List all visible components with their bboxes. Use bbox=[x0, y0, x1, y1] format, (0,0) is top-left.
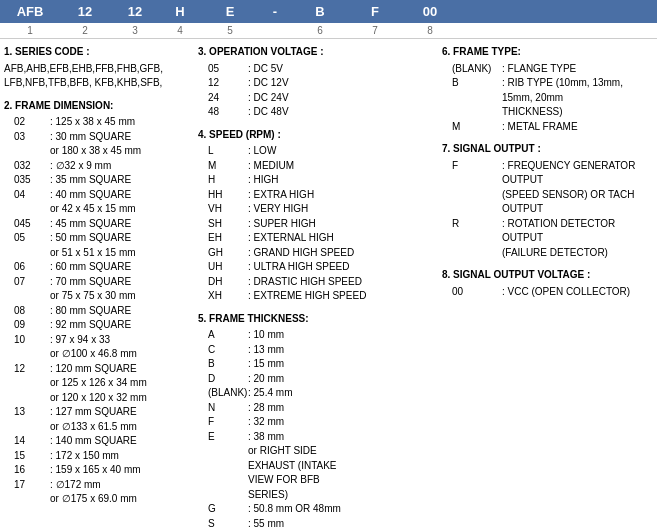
entry-desc: SERIES) bbox=[248, 488, 288, 503]
speed-entry: M: MEDIUM bbox=[198, 159, 438, 174]
entry-code: HH bbox=[208, 188, 248, 203]
section-title: 8. SIGNAL OUTPUT VOLTAGE : bbox=[442, 268, 653, 283]
entry-desc: : FREQUENCY GENERATOR OUTPUT (SPEED SENS… bbox=[502, 159, 653, 217]
frame-entry: 08: 80 mm SQUARE bbox=[4, 304, 194, 319]
speed-entry: N: 28 mm bbox=[198, 401, 438, 416]
entry-desc: : DC 5V bbox=[248, 62, 283, 77]
entry-code: C bbox=[208, 343, 248, 358]
entry-desc: : DC 48V bbox=[248, 105, 289, 120]
speed-entry: C: 13 mm bbox=[198, 343, 438, 358]
frame-entry: or ∅100 x 46.8 mm bbox=[4, 347, 194, 362]
entry-code bbox=[14, 420, 50, 435]
entry-code: (BLANK) bbox=[452, 62, 502, 77]
speed-entry: EH: EXTERNAL HIGH bbox=[198, 231, 438, 246]
entry-desc: : EXTERNAL HIGH bbox=[248, 231, 334, 246]
speed-entry: EXHAUST (INTAKE bbox=[198, 459, 438, 474]
entry-desc: : ∅172 mm bbox=[50, 478, 194, 493]
entry-desc: : METAL FRAME bbox=[502, 120, 578, 135]
header-cell--: - bbox=[260, 4, 290, 19]
entry-code: UH bbox=[208, 260, 248, 275]
entry-code bbox=[14, 144, 50, 159]
entry-code: 05 bbox=[14, 231, 50, 246]
frame-entry: or 180 x 38 x 45 mm bbox=[4, 144, 194, 159]
header-cell-e: E bbox=[200, 4, 260, 19]
speed-entry: A: 10 mm bbox=[198, 328, 438, 343]
entry-code: B bbox=[452, 76, 502, 120]
frame-entry: 03: 30 mm SQUARE bbox=[4, 130, 194, 145]
entry-desc: : 45 mm SQUARE bbox=[50, 217, 194, 232]
entry-desc: : 80 mm SQUARE bbox=[50, 304, 194, 319]
entry-desc: : 10 mm bbox=[248, 328, 284, 343]
header-cell-00: 00 bbox=[400, 4, 460, 19]
entry-code: 032 bbox=[14, 159, 50, 174]
speed-entry: or RIGHT SIDE bbox=[198, 444, 438, 459]
entry-code: 07 bbox=[14, 275, 50, 290]
speed-entry: 24: DC 24V bbox=[198, 91, 438, 106]
row-number-8: 8 bbox=[400, 25, 460, 36]
main-content: 1. SERIES CODE :AFB,AHB,EFB,EHB,FFB,FHB,… bbox=[0, 39, 657, 529]
entry-code: EH bbox=[208, 231, 248, 246]
section-title: 3. OPERATION VOLTAGE : bbox=[198, 45, 438, 60]
entry-desc: : HIGH bbox=[248, 173, 279, 188]
frame-entry: 07: 70 mm SQUARE bbox=[4, 275, 194, 290]
entry-desc: : 92 mm SQUARE bbox=[50, 318, 194, 333]
entry-code bbox=[14, 492, 50, 507]
entry-desc: or ∅175 x 69.0 mm bbox=[50, 492, 194, 507]
row-number-5 bbox=[260, 25, 290, 36]
entry-desc: : 60 mm SQUARE bbox=[50, 260, 194, 275]
header-cell-b: B bbox=[290, 4, 350, 19]
entry-desc: : VCC (OPEN COLLECTOR) bbox=[502, 285, 630, 300]
entry-desc: : 125 x 38 x 45 mm bbox=[50, 115, 194, 130]
frame-entry: 12: 120 mm SQUARE bbox=[4, 362, 194, 377]
frame-entry: 045: 45 mm SQUARE bbox=[4, 217, 194, 232]
signal-entry: M: METAL FRAME bbox=[442, 120, 653, 135]
entry-desc: or 42 x 45 x 15 mm bbox=[50, 202, 194, 217]
entry-code: 00 bbox=[452, 285, 502, 300]
speed-entry: SERIES) bbox=[198, 488, 438, 503]
row-number-4: 5 bbox=[200, 25, 260, 36]
entry-desc: : 40 mm SQUARE bbox=[50, 188, 194, 203]
entry-code: 12 bbox=[208, 76, 248, 91]
row-number-7: 7 bbox=[350, 25, 400, 36]
row-number-3: 4 bbox=[160, 25, 200, 36]
entry-desc: EXHAUST (INTAKE bbox=[248, 459, 337, 474]
entry-code bbox=[208, 459, 248, 474]
entry-desc: or 180 x 38 x 45 mm bbox=[50, 144, 194, 159]
entry-desc: : 127 mm SQUARE bbox=[50, 405, 194, 420]
speed-entry: S: 55 mm bbox=[198, 517, 438, 530]
section-title: 5. FRAME THICKNESS: bbox=[198, 312, 438, 327]
entry-desc: : LOW bbox=[248, 144, 276, 159]
entry-code: 08 bbox=[14, 304, 50, 319]
frame-entry: 032: ∅32 x 9 mm bbox=[4, 159, 194, 174]
entry-code: A bbox=[208, 328, 248, 343]
entry-code: F bbox=[208, 415, 248, 430]
entry-desc: : 159 x 165 x 40 mm bbox=[50, 463, 194, 478]
entry-code: DH bbox=[208, 275, 248, 290]
speed-entry: E: 38 mm bbox=[198, 430, 438, 445]
signal-entry: F: FREQUENCY GENERATOR OUTPUT (SPEED SEN… bbox=[442, 159, 653, 217]
entry-desc: : DC 24V bbox=[248, 91, 289, 106]
entry-desc: : 50 mm SQUARE bbox=[50, 231, 194, 246]
entry-desc: : DRASTIC HIGH SPEED bbox=[248, 275, 362, 290]
entry-desc: : 172 x 150 mm bbox=[50, 449, 194, 464]
entry-code bbox=[14, 391, 50, 406]
entry-desc: or 120 x 120 x 32 mm bbox=[50, 391, 194, 406]
frame-entry: or 125 x 126 x 34 mm bbox=[4, 376, 194, 391]
section: 6. FRAME TYPE:(BLANK): FLANGE TYPEB: RIB… bbox=[442, 45, 653, 134]
row-number-2: 3 bbox=[110, 25, 160, 36]
entry-code bbox=[14, 246, 50, 261]
section-title: 6. FRAME TYPE: bbox=[442, 45, 653, 60]
entry-code: 24 bbox=[208, 91, 248, 106]
speed-entry: H: HIGH bbox=[198, 173, 438, 188]
entry-desc: : 70 mm SQUARE bbox=[50, 275, 194, 290]
entry-desc: or ∅133 x 61.5 mm bbox=[50, 420, 194, 435]
entry-desc: : EXTRA HIGH bbox=[248, 188, 314, 203]
entry-code: 12 bbox=[14, 362, 50, 377]
entry-desc: : 55 mm bbox=[248, 517, 284, 530]
section: 2. FRAME DIMENSION:02: 125 x 38 x 45 mm0… bbox=[4, 99, 194, 507]
entry-code: 03 bbox=[14, 130, 50, 145]
entry-code: XH bbox=[208, 289, 248, 304]
entry-desc: : 32 mm bbox=[248, 415, 284, 430]
entry-code: H bbox=[208, 173, 248, 188]
entry-code: 09 bbox=[14, 318, 50, 333]
